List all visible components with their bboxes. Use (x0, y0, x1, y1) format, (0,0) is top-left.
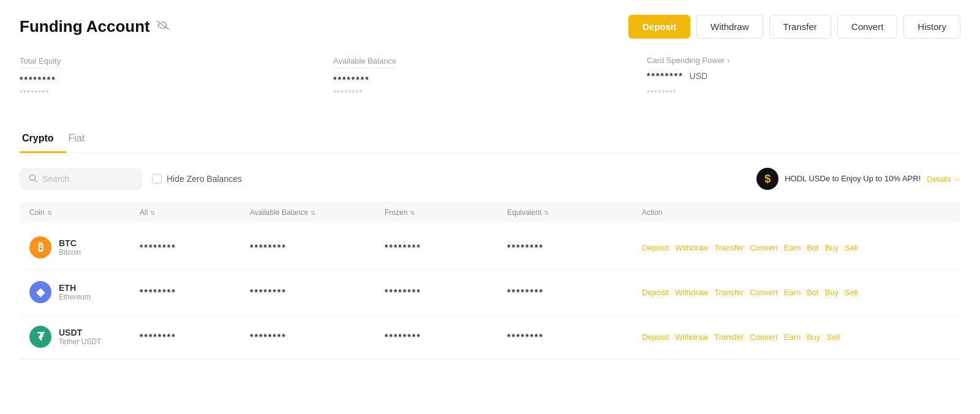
th-equivalent[interactable]: Equivalent ⇅ (507, 208, 642, 217)
search-input[interactable] (42, 174, 128, 184)
th-action: Action (642, 208, 951, 217)
eth-available: ******** (250, 287, 385, 297)
hide-zero-label: Hide Zero Balances (167, 174, 242, 184)
table-row-eth: ◆ ETH Ethereum ******** ******** *******… (20, 270, 960, 315)
eth-icon: ◆ (29, 281, 51, 303)
usdt-available: ******** (250, 332, 385, 342)
hide-zero-checkbox[interactable] (152, 174, 162, 184)
usdt-coin-cell: ₮ USDT Tether USDT (29, 326, 140, 348)
search-box[interactable] (20, 168, 142, 190)
page-header: Funding Account Deposit Withdraw Transfe… (20, 15, 960, 39)
eth-equivalent: ******** (507, 287, 642, 297)
tab-fiat[interactable]: Fiat (66, 127, 97, 153)
eth-convert-link[interactable]: Convert (750, 288, 778, 297)
eth-sell-link[interactable]: Sell (845, 288, 858, 297)
sort-coin-icon: ⇅ (47, 209, 52, 216)
btc-icon: ₿ (29, 236, 51, 258)
assets-table: Coin ⇅ All ⇅ Available Balance ⇅ Frozen … (20, 202, 960, 359)
btc-buy-link[interactable]: Buy (825, 243, 839, 252)
btc-earn-link[interactable]: Earn (784, 243, 801, 252)
page-title: Funding Account (20, 17, 150, 36)
th-all[interactable]: All ⇅ (140, 208, 250, 217)
usdt-withdraw-link[interactable]: Withdraw (675, 333, 708, 342)
btc-convert-link[interactable]: Convert (750, 243, 778, 252)
toolbar-left: Hide Zero Balances (20, 168, 242, 190)
total-equity-label: Total Equity (20, 56, 61, 69)
th-coin[interactable]: Coin ⇅ (29, 208, 140, 217)
eth-fullname: Ethereum (59, 293, 91, 301)
usdt-equivalent: ******** (507, 332, 642, 342)
usdt-buy-link[interactable]: Buy (807, 333, 820, 342)
table-toolbar: Hide Zero Balances $ HODL USDe to Enjoy … (20, 168, 960, 190)
btc-sell-link[interactable]: Sell (845, 243, 858, 252)
available-balance-sub: ******** (333, 88, 647, 97)
available-balance-label: Available Balance (333, 56, 396, 69)
sort-equivalent-icon: ⇅ (544, 209, 549, 216)
sort-frozen-icon: ⇅ (410, 209, 415, 216)
eth-withdraw-link[interactable]: Withdraw (675, 288, 708, 297)
usdt-icon: ₮ (29, 326, 51, 348)
withdraw-button[interactable]: Withdraw (696, 15, 763, 39)
chevron-right-icon: › (727, 56, 729, 65)
available-balance-value: ******** (333, 75, 647, 85)
card-spending-value: ******** (647, 71, 684, 81)
hide-zero-balances-area: Hide Zero Balances (152, 174, 242, 184)
eth-deposit-link[interactable]: Deposit (642, 288, 669, 297)
search-icon (29, 174, 37, 184)
total-equity-stat: Total Equity ******** ******** (20, 56, 333, 107)
promo-details-link[interactable]: Details → (927, 175, 960, 184)
btc-coin-cell: ₿ BTC Bitcoin (29, 236, 140, 258)
card-spending-stat: Card Spending Power › ******** USD *****… (647, 56, 960, 107)
btc-all: ******** (140, 243, 250, 252)
th-available[interactable]: Available Balance ⇅ (250, 208, 385, 217)
card-spending-currency: USD (690, 71, 708, 81)
eth-name: ETH (59, 283, 91, 293)
btc-frozen: ******** (385, 243, 507, 252)
eth-earn-link[interactable]: Earn (784, 288, 801, 297)
transfer-button[interactable]: Transfer (769, 15, 831, 39)
usdt-sell-link[interactable]: Sell (827, 333, 840, 342)
usdt-name: USDT (59, 328, 101, 337)
usdt-earn-link[interactable]: Earn (784, 333, 801, 342)
btc-deposit-link[interactable]: Deposit (642, 243, 669, 252)
promo-icon: $ (756, 168, 778, 190)
btc-bot-link[interactable]: Bot (807, 243, 819, 252)
promo-text: HODL USDe to Enjoy Up to 10% APR! (785, 173, 921, 184)
usdt-deposit-link[interactable]: Deposit (642, 333, 669, 342)
card-spending-label: Card Spending Power (647, 56, 725, 65)
th-frozen[interactable]: Frozen ⇅ (385, 208, 507, 217)
btc-name: BTC (59, 238, 81, 248)
deposit-button[interactable]: Deposit (628, 15, 690, 39)
usdt-convert-link[interactable]: Convert (750, 333, 778, 342)
card-spending-label-area[interactable]: Card Spending Power › (647, 56, 960, 65)
eth-bot-link[interactable]: Bot (807, 288, 819, 297)
total-equity-sub: ******** (20, 88, 333, 97)
eth-transfer-link[interactable]: Transfer (714, 288, 744, 297)
asset-tabs: Crypto Fiat (20, 127, 960, 153)
table-row-usdt: ₮ USDT Tether USDT ******** ******** ***… (20, 315, 960, 359)
sort-available-icon: ⇅ (311, 209, 315, 216)
visibility-toggle-icon[interactable] (156, 20, 170, 33)
btc-equivalent: ******** (507, 243, 642, 252)
eth-all: ******** (140, 287, 250, 297)
total-equity-value: ******** (20, 75, 333, 85)
usdt-frozen: ******** (385, 332, 507, 342)
eth-frozen: ******** (385, 287, 507, 297)
usdt-transfer-link[interactable]: Transfer (714, 333, 744, 342)
promo-banner: $ HODL USDe to Enjoy Up to 10% APR! Deta… (756, 168, 960, 190)
tab-crypto[interactable]: Crypto (20, 127, 66, 153)
usdt-fullname: Tether USDT (59, 337, 101, 346)
history-button[interactable]: History (903, 15, 960, 39)
btc-fullname: Bitcoin (59, 248, 81, 257)
eth-buy-link[interactable]: Buy (825, 288, 839, 297)
table-row-btc: ₿ BTC Bitcoin ******** ******** ********… (20, 225, 960, 270)
btc-withdraw-link[interactable]: Withdraw (675, 243, 708, 252)
table-header: Coin ⇅ All ⇅ Available Balance ⇅ Frozen … (20, 202, 960, 223)
convert-button[interactable]: Convert (837, 15, 898, 39)
eth-actions: Deposit Withdraw Transfer Convert Earn B… (642, 288, 951, 297)
sort-all-icon: ⇅ (150, 209, 155, 216)
stats-area: Total Equity ******** ******** Available… (20, 56, 960, 107)
btc-actions: Deposit Withdraw Transfer Convert Earn B… (642, 243, 951, 252)
btc-available: ******** (250, 243, 385, 252)
btc-transfer-link[interactable]: Transfer (714, 243, 744, 252)
